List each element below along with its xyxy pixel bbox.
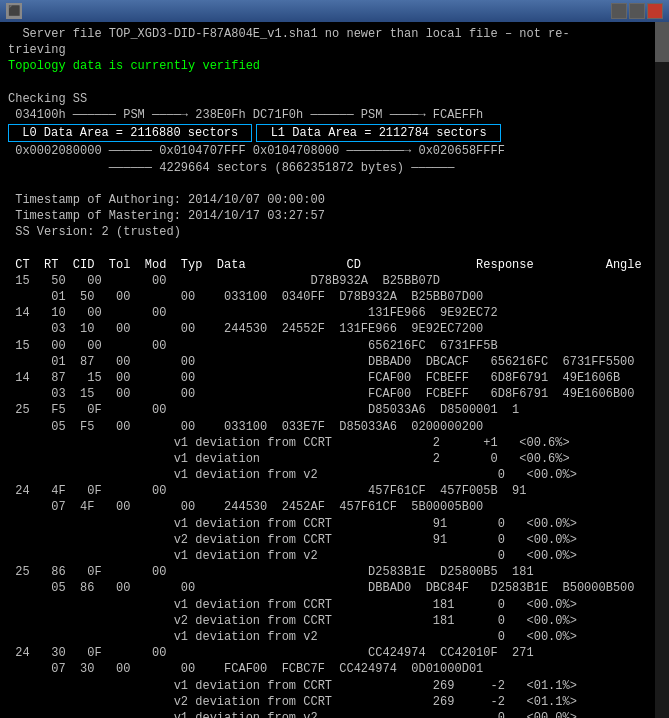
maximize-button[interactable] — [629, 3, 645, 19]
terminal-line: 07 4F 00 00 244530 2452AF 457F61CF 5B000… — [8, 499, 661, 515]
terminal-line: 15 00 00 00 656216FC 6731FF5B — [8, 338, 661, 354]
terminal-line: 034100h ────── PSM ────→ 238E0Fh DC71F0h… — [8, 107, 661, 123]
terminal-line: Timestamp of Mastering: 2014/10/17 03:27… — [8, 208, 661, 224]
terminal-line: v1 deviation from v2 0 <00.0%> — [8, 467, 661, 483]
terminal-line: v1 deviation from v2 0 <00.0%> — [8, 629, 661, 645]
terminal-line: 03 15 00 00 FCAF00 FCBEFF 6D8F6791 49E16… — [8, 386, 661, 402]
terminal-line: v2 deviation from CCRT 91 0 <00.0%> — [8, 532, 661, 548]
terminal: Server file TOP_XGD3-DID-F87A804E_v1.sha… — [0, 22, 669, 718]
terminal-line: trieving — [8, 42, 661, 58]
terminal-line: v2 deviation from CCRT 181 0 <00.0%> — [8, 613, 661, 629]
terminal-line: 05 86 00 00 DBBAD0 DBC84F D2583B1E B5000… — [8, 580, 661, 596]
scrollbar-thumb[interactable] — [655, 22, 669, 62]
terminal-line: Topology data is currently verified — [8, 58, 661, 74]
terminal-line: v1 deviation from CCRT 91 0 <00.0%> — [8, 516, 661, 532]
terminal-line: 0x0002080000 ────── 0x0104707FFF 0x01047… — [8, 143, 661, 159]
terminal-line: v1 deviation from CCRT 269 -2 <01.1%> — [8, 678, 661, 694]
terminal-line: v1 deviation from v2 0 <00.0%> — [8, 548, 661, 564]
terminal-line: Timestamp of Authoring: 2014/10/07 00:00… — [8, 192, 661, 208]
terminal-line: v2 deviation from CCRT 269 -2 <01.1%> — [8, 694, 661, 710]
terminal-line: v1 deviation 2 0 <00.6%> — [8, 451, 661, 467]
terminal-line: v1 deviation from CCRT 2 +1 <00.6%> — [8, 435, 661, 451]
scrollbar[interactable] — [655, 22, 669, 718]
terminal-line: 05 F5 00 00 033100 033E7F D85033A6 02000… — [8, 419, 661, 435]
terminal-line: 24 4F 0F 00 457F61CF 457F005B 91 — [8, 483, 661, 499]
terminal-line: 25 F5 0F 00 D85033A6 D8500001 1 — [8, 402, 661, 418]
title-bar: ⬛ — [0, 0, 669, 22]
minimize-button[interactable] — [611, 3, 627, 19]
terminal-line — [8, 75, 661, 91]
terminal-line: 01 50 00 00 033100 0340FF D78B932A B25BB… — [8, 289, 661, 305]
title-bar-controls — [611, 3, 663, 19]
terminal-line: Server file TOP_XGD3-DID-F87A804E_v1.sha… — [8, 26, 661, 42]
terminal-line — [8, 176, 661, 192]
terminal-line: Checking SS — [8, 91, 661, 107]
terminal-line: 14 10 00 00 131FE966 9E92EC72 — [8, 305, 661, 321]
terminal-line: ────── 4229664 sectors (8662351872 bytes… — [8, 160, 661, 176]
terminal-line: SS Version: 2 (trusted) — [8, 224, 661, 240]
terminal-line: 25 86 0F 00 D2583B1E D25800B5 181 — [8, 564, 661, 580]
terminal-line: v1 deviation from v2 0 <00.0%> — [8, 710, 661, 718]
terminal-line: 15 50 00 00 D78B932A B25BB07D — [8, 273, 661, 289]
terminal-line: CT RT CID Tol Mod Typ Data CD Response A… — [8, 257, 661, 273]
terminal-line: 01 87 00 00 DBBAD0 DBCACF 656216FC 6731F… — [8, 354, 661, 370]
terminal-line: 03 10 00 00 244530 24552F 131FE966 9E92E… — [8, 321, 661, 337]
title-bar-icon: ⬛ — [6, 3, 22, 19]
terminal-line — [8, 240, 661, 256]
terminal-line: v1 deviation from CCRT 181 0 <00.0%> — [8, 597, 661, 613]
terminal-line: 07 30 00 00 FCAF00 FCBC7F CC424974 0D010… — [8, 661, 661, 677]
close-button[interactable] — [647, 3, 663, 19]
terminal-line: 24 30 0F 00 CC424974 CC42010F 271 — [8, 645, 661, 661]
terminal-line: 14 87 15 00 00 FCAF00 FCBEFF 6D8F6791 49… — [8, 370, 661, 386]
